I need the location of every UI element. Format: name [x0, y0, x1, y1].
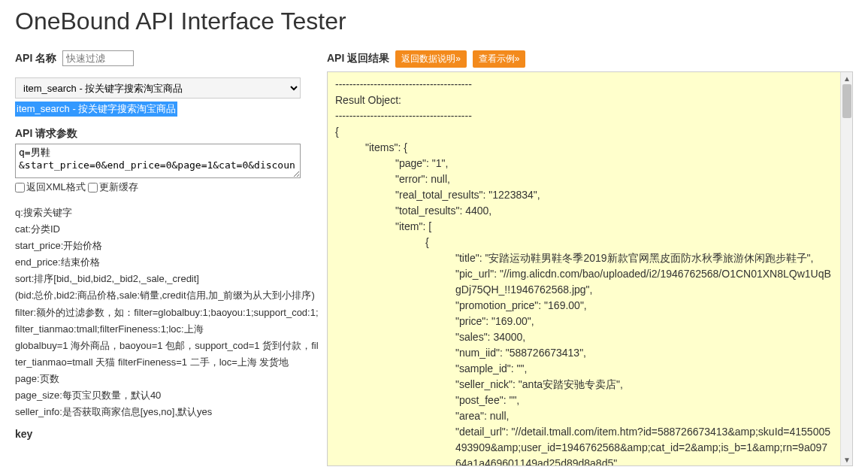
- result-content: ---------------------------------------R…: [335, 77, 845, 466]
- result-line: "sample_id": "",: [335, 361, 833, 377]
- result-line: "post_fee": "",: [335, 393, 833, 408]
- right-panel: API 返回结果 返回数据说明» 查看示例» -----------------…: [327, 50, 853, 466]
- result-line: ---------------------------------------: [335, 108, 833, 124]
- api-name-label: API 名称: [15, 52, 56, 65]
- param-desc-line: globalbuy=1 海外商品，baoyou=1 包邮，support_cod…: [15, 338, 319, 371]
- result-line: "promotion_price": "169.00",: [335, 298, 833, 314]
- key-label: key: [15, 428, 319, 440]
- result-line: "area": null,: [335, 408, 833, 424]
- result-line: "item": [: [335, 219, 833, 235]
- param-desc-line: q:搜索关键字: [15, 205, 319, 221]
- scroll-thumb[interactable]: [842, 84, 851, 118]
- result-line: {: [335, 124, 833, 140]
- result-line: "total_results": 4400,: [335, 203, 833, 219]
- param-desc-line: seller_info:是否获取商家信息[yes,no],默认yes: [15, 404, 319, 420]
- left-panel: API 名称 item_search - 按关键字搜索淘宝商品 item_sea…: [15, 50, 319, 466]
- result-line: "error": null,: [335, 171, 833, 187]
- params-label: API 请求参数: [15, 127, 77, 141]
- example-button[interactable]: 查看示例»: [473, 50, 526, 68]
- result-line: "num_iid": "588726673413",: [335, 345, 833, 361]
- result-line: "title": "安踏运动鞋男鞋冬季2019新款官网黑皮面防水秋季旅游休闲跑步…: [335, 250, 833, 266]
- result-line: "pic_url": "//img.alicdn.com/bao/uploade…: [335, 266, 833, 298]
- scroll-up-icon[interactable]: ▲: [841, 72, 853, 84]
- scroll-down-icon[interactable]: ▼: [841, 453, 853, 465]
- checkbox-cache-label: 更新缓存: [99, 181, 138, 193]
- param-desc-line: sort:排序[bid,_bid,bid2,_bid2,_sale,_credi…: [15, 271, 319, 287]
- param-desc-line: start_price:开始价格: [15, 238, 319, 254]
- scrollbar[interactable]: ▲ ▼: [840, 72, 852, 465]
- api-highlighted-option[interactable]: item_search - 按关键字搜索淘宝商品: [15, 102, 177, 117]
- result-line: "page": "1",: [335, 156, 833, 171]
- result-line: "price": "169.00",: [335, 314, 833, 329]
- param-description: q:搜索关键字cat:分类IDstart_price:开始价格end_price…: [15, 205, 319, 420]
- result-line: "items": {: [335, 140, 833, 156]
- param-desc-line: cat:分类ID: [15, 221, 319, 238]
- explain-button[interactable]: 返回数据说明»: [395, 50, 467, 68]
- checkbox-cache[interactable]: [88, 183, 98, 193]
- result-line: "sales": 34000,: [335, 329, 833, 345]
- checkbox-xml[interactable]: [15, 183, 25, 193]
- checkbox-xml-label: 返回XML格式: [26, 181, 86, 193]
- page-title: OneBound API Interface Tester: [15, 8, 853, 35]
- result-label: API 返回结果: [327, 52, 389, 65]
- result-line: ---------------------------------------: [335, 77, 833, 92]
- filter-input[interactable]: [62, 50, 134, 66]
- param-desc-line: page:页数: [15, 371, 319, 387]
- param-desc-line: (bid:总价,bid2:商品价格,sale:销量,credit信用,加_前缀为…: [15, 287, 319, 304]
- param-desc-line: filter:额外的过滤参数，如：filter=globalbuy:1;baoy…: [15, 305, 319, 338]
- result-line: "seller_nick": "anta安踏安驰专卖店",: [335, 377, 833, 393]
- result-box: ---------------------------------------R…: [327, 71, 853, 466]
- result-line: "real_total_results": "1223834",: [335, 187, 833, 203]
- result-line: Result Object:: [335, 92, 833, 108]
- params-textarea[interactable]: [15, 144, 301, 178]
- param-desc-line: end_price:结束价格: [15, 254, 319, 271]
- result-line: "detail_url": "//detail.tmall.com/item.h…: [335, 424, 833, 466]
- param-desc-line: page_size:每页宝贝数量，默认40: [15, 387, 319, 404]
- api-select[interactable]: item_search - 按关键字搜索淘宝商品: [15, 77, 301, 99]
- result-line: {: [335, 235, 833, 250]
